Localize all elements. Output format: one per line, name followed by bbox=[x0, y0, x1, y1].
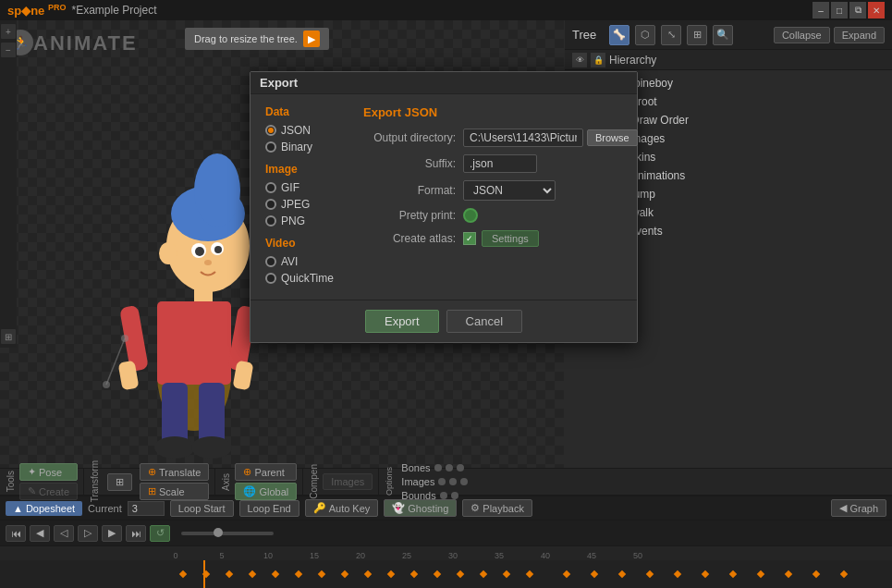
suffix-input[interactable] bbox=[463, 154, 537, 173]
diamond-marker[interactable] bbox=[729, 570, 737, 578]
ghosting-icon: 👻 bbox=[392, 502, 405, 514]
png-radio-row[interactable]: PNG bbox=[265, 214, 348, 227]
diamond-marker[interactable] bbox=[364, 570, 372, 578]
diamond-marker[interactable] bbox=[249, 570, 256, 578]
minimize-button[interactable]: – bbox=[813, 2, 829, 18]
json-radio[interactable] bbox=[265, 125, 276, 136]
create-atlas-row: Create atlas: ✓ Settings bbox=[363, 230, 638, 247]
fit-button[interactable]: ⊞ bbox=[1, 329, 16, 344]
diamond-marker[interactable] bbox=[563, 570, 570, 578]
transform-icon-button[interactable]: ⊞ bbox=[107, 473, 132, 491]
diamond-marker[interactable] bbox=[387, 570, 395, 578]
diamond-marker[interactable] bbox=[503, 570, 510, 578]
json-radio-row[interactable]: JSON bbox=[265, 124, 348, 137]
tree-meshes-icon[interactable]: ⊞ bbox=[687, 25, 707, 45]
diamond-marker[interactable] bbox=[295, 570, 302, 578]
zoom-in-button[interactable]: + bbox=[1, 24, 16, 39]
diamond-marker[interactable] bbox=[272, 570, 279, 578]
expand-button[interactable]: Expand bbox=[834, 27, 885, 43]
parent-button[interactable]: ⊕ Parent bbox=[235, 463, 297, 481]
graph-button[interactable]: ◀ Graph bbox=[831, 499, 886, 517]
create-atlas-checkbox[interactable]: ✓ bbox=[463, 232, 476, 245]
binary-radio[interactable] bbox=[265, 141, 276, 153]
cancel-button[interactable]: Cancel bbox=[446, 310, 522, 333]
auto-key-button[interactable]: 🔑 Auto Key bbox=[305, 499, 379, 517]
left-toolbar: + − ⊞ bbox=[0, 20, 17, 348]
titlebar-left: sp◆ne PRO *Example Project bbox=[7, 3, 157, 18]
jpeg-radio-row[interactable]: JPEG bbox=[265, 198, 348, 211]
tree-paths-icon[interactable]: ⤡ bbox=[661, 25, 681, 45]
diamond-marker[interactable] bbox=[457, 570, 464, 578]
first-frame-button[interactable]: ⏮ bbox=[6, 525, 26, 542]
diamond-marker[interactable] bbox=[702, 570, 709, 578]
bones-dot2 bbox=[446, 464, 453, 472]
images-opt-label: Images bbox=[401, 476, 434, 487]
maximize-button[interactable]: □ bbox=[831, 2, 848, 18]
bounds-dot bbox=[440, 492, 447, 499]
diamond-marker[interactable] bbox=[674, 570, 681, 578]
create-button[interactable]: ✎ Create bbox=[19, 483, 78, 500]
create-icon: ✎ bbox=[28, 485, 36, 497]
zoom-out-button[interactable]: − bbox=[1, 43, 16, 57]
diamond-marker[interactable] bbox=[526, 570, 533, 578]
png-radio[interactable] bbox=[265, 215, 276, 227]
quicktime-radio[interactable] bbox=[265, 273, 276, 284]
diamond-marker[interactable] bbox=[618, 570, 626, 578]
restore-button[interactable]: ⧉ bbox=[849, 2, 866, 18]
format-select[interactable]: JSON bbox=[463, 180, 556, 201]
comp-images-button[interactable]: Images bbox=[323, 473, 373, 490]
diamond-marker[interactable] bbox=[480, 570, 487, 578]
playback-button[interactable]: ⚙ Playback bbox=[462, 499, 532, 517]
current-input[interactable] bbox=[128, 501, 165, 516]
gif-radio[interactable] bbox=[265, 182, 276, 193]
output-dir-input[interactable] bbox=[463, 129, 583, 147]
avi-radio[interactable] bbox=[265, 256, 276, 267]
diamond-marker[interactable] bbox=[646, 570, 654, 578]
prev-frame-button[interactable]: ◀ bbox=[30, 525, 50, 542]
settings-button[interactable]: Settings bbox=[482, 230, 539, 247]
diamond-marker[interactable] bbox=[757, 570, 764, 578]
ghosting-button[interactable]: 👻 Ghosting bbox=[384, 499, 457, 517]
next-frame-button[interactable]: ▶ bbox=[102, 525, 122, 542]
tree-bones-icon[interactable]: 🦴 bbox=[609, 25, 629, 45]
pose-button[interactable]: ✦ Pose bbox=[19, 463, 78, 481]
diamond-marker[interactable] bbox=[813, 570, 820, 578]
tree-eye-icon[interactable]: 👁 bbox=[572, 53, 587, 67]
last-frame-button[interactable]: ⏭ bbox=[126, 525, 146, 542]
global-button[interactable]: 🌐 Global bbox=[235, 483, 297, 500]
loop-start-button[interactable]: Loop Start bbox=[170, 500, 234, 517]
gif-radio-row[interactable]: GIF bbox=[265, 181, 348, 194]
zoom-thumb[interactable] bbox=[214, 528, 223, 537]
tree-images-icon[interactable]: ⬡ bbox=[635, 25, 655, 45]
export-button[interactable]: Export bbox=[365, 310, 439, 333]
tree-search-icon[interactable]: 🔍 bbox=[713, 25, 733, 45]
diamond-marker[interactable] bbox=[785, 570, 792, 578]
zoom-track[interactable] bbox=[181, 532, 274, 535]
diamond-marker[interactable] bbox=[226, 570, 233, 578]
close-button[interactable]: ✕ bbox=[868, 2, 885, 18]
collapse-button[interactable]: Collapse bbox=[774, 27, 830, 43]
jpeg-radio[interactable] bbox=[265, 199, 276, 210]
diamond-marker[interactable] bbox=[434, 570, 441, 578]
diamond-marker[interactable] bbox=[410, 570, 418, 578]
browse-button[interactable]: Browse bbox=[587, 129, 638, 146]
diamond-marker[interactable] bbox=[341, 570, 348, 578]
diamond-marker[interactable] bbox=[318, 570, 325, 578]
translate-button[interactable]: ⊕ Translate bbox=[140, 463, 209, 481]
loop-button[interactable]: ↺ bbox=[150, 525, 170, 542]
scale-button[interactable]: ⊞ Scale bbox=[140, 483, 209, 500]
tree-lock-icon[interactable]: 🔒 bbox=[591, 53, 605, 67]
diamond-marker[interactable] bbox=[179, 570, 187, 578]
play-button[interactable]: ▷ bbox=[78, 525, 98, 542]
loop-end-button[interactable]: Loop End bbox=[239, 500, 299, 517]
timeline-ruler: 0 5 10 15 20 25 30 35 40 45 50 bbox=[0, 545, 892, 560]
diamond-marker[interactable] bbox=[840, 570, 848, 578]
dopesheet-button[interactable]: ▲ Dopesheet bbox=[6, 501, 82, 516]
avi-radio-row[interactable]: AVI bbox=[265, 255, 348, 268]
pretty-print-toggle[interactable] bbox=[463, 208, 478, 223]
diamond-marker[interactable] bbox=[591, 570, 598, 578]
zoom-slider[interactable] bbox=[181, 532, 274, 535]
binary-radio-row[interactable]: Binary bbox=[265, 141, 348, 153]
quicktime-radio-row[interactable]: QuickTime bbox=[265, 272, 348, 285]
play-prev-button[interactable]: ◁ bbox=[54, 525, 74, 542]
